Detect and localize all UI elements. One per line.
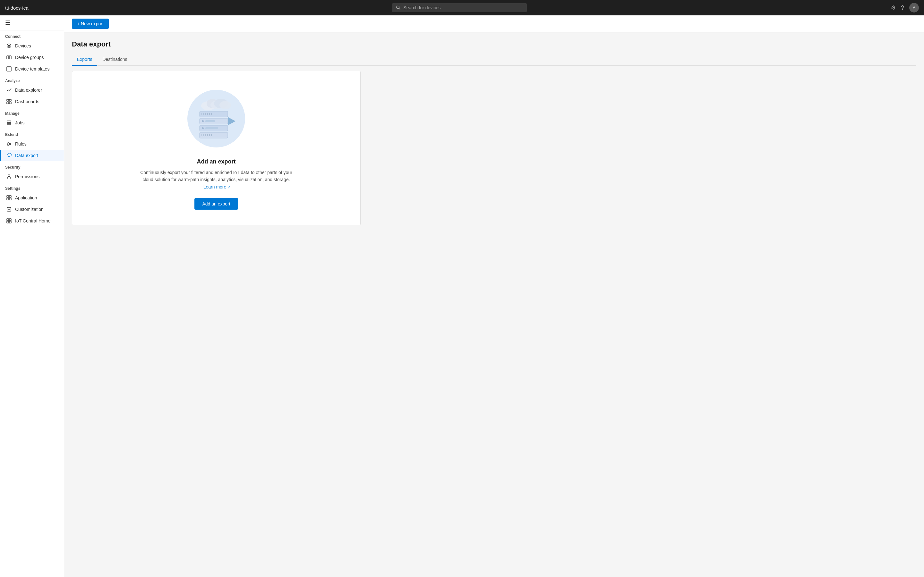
svg-point-16 [7,142,8,143]
svg-rect-31 [9,219,11,221]
svg-rect-11 [7,102,9,104]
svg-rect-14 [7,123,11,125]
device-templates-icon [6,66,12,72]
sidebar-item-application-label: Application [15,195,37,200]
sidebar-item-device-templates-label: Device templates [15,66,49,71]
sidebar-item-permissions-label: Permissions [15,174,39,179]
jobs-icon [6,120,12,126]
svg-rect-12 [9,102,11,104]
device-groups-icon [6,55,12,60]
application-icon [6,195,12,201]
svg-point-18 [7,145,8,146]
svg-rect-51 [205,127,218,129]
main-content: + New export Data export Exports Destina… [64,15,924,577]
sidebar-section-analyze: Analyze [0,75,64,84]
svg-rect-23 [7,195,9,197]
sidebar-section-connect: Connect [0,31,64,40]
permissions-icon [6,174,12,179]
add-export-button[interactable]: Add an export [194,198,238,210]
sidebar-item-permissions[interactable]: Permissions [0,171,64,182]
svg-rect-6 [7,67,11,71]
topbar-left: tti-docs-ica [5,5,29,11]
topbar-right: ⚙ ? A [891,3,919,13]
sidebar-section-security: Security [0,161,64,171]
sidebar-item-jobs-label: Jobs [15,120,25,125]
sidebar-item-devices[interactable]: Devices [0,40,64,52]
svg-rect-48 [205,120,215,122]
svg-rect-13 [7,121,11,122]
svg-point-22 [8,175,10,177]
sidebar-item-device-groups[interactable]: Device groups [0,52,64,63]
sidebar-item-customization[interactable]: Customization [0,203,64,215]
toolbar: + New export [64,15,924,32]
sidebar-item-iot-central-home-label: IoT Central Home [15,218,50,223]
svg-rect-9 [7,99,9,101]
settings-icon[interactable]: ⚙ [891,4,896,11]
external-link-icon: ↗ [228,185,230,189]
sidebar-item-rules[interactable]: Rules [0,138,64,150]
empty-state-title: Add an export [197,158,236,165]
sidebar: ☰ Connect Devices Device groups [0,15,64,577]
svg-point-17 [10,143,11,145]
iot-central-home-icon [6,218,12,224]
sidebar-item-data-export[interactable]: Data export [0,150,64,161]
sidebar-item-data-explorer[interactable]: Data explorer [0,84,64,96]
svg-rect-24 [9,195,11,197]
svg-rect-33 [9,221,11,223]
sidebar-item-customization-label: Customization [15,207,44,212]
empty-illustration [184,87,248,151]
topbar-center [29,3,891,12]
svg-rect-5 [9,56,11,59]
svg-rect-25 [7,198,9,200]
svg-point-50 [202,127,204,129]
svg-rect-26 [9,198,11,200]
rules-icon [6,141,12,147]
svg-point-0 [397,6,399,8]
main-layout: ☰ Connect Devices Device groups [0,15,924,577]
svg-marker-59 [228,117,236,125]
new-export-button[interactable]: + New export [72,19,109,29]
svg-rect-32 [7,221,9,223]
dashboards-icon [6,99,12,105]
svg-point-3 [8,45,10,47]
learn-more-link[interactable]: Learn more [204,184,226,189]
sidebar-item-data-explorer-label: Data explorer [15,87,42,93]
search-box[interactable] [392,3,527,12]
tab-destinations[interactable]: Destinations [97,53,132,66]
tabs: Exports Destinations [72,53,916,66]
sidebar-item-dashboards[interactable]: Dashboards [0,96,64,107]
customization-icon [6,206,12,212]
tab-exports[interactable]: Exports [72,53,97,66]
illustration-content [191,95,242,143]
data-export-icon [6,153,12,158]
help-icon[interactable]: ? [901,5,904,11]
devices-icon [6,43,12,49]
sidebar-item-iot-central-home[interactable]: IoT Central Home [0,215,64,227]
sidebar-section-settings: Settings [0,182,64,192]
search-input[interactable] [403,5,523,10]
svg-rect-30 [7,219,9,221]
svg-line-1 [399,8,400,9]
sidebar-item-rules-label: Rules [15,141,27,147]
avatar[interactable]: A [909,3,919,13]
sidebar-item-dashboards-label: Dashboards [15,99,39,104]
sidebar-item-device-templates[interactable]: Device templates [0,63,64,75]
sidebar-item-data-export-label: Data export [15,153,38,158]
export-illustration [191,95,242,143]
topbar: tti-docs-ica ⚙ ? A [0,0,924,15]
empty-state-card: Add an export Continuously export your f… [72,71,360,226]
svg-rect-4 [7,56,9,59]
sidebar-section-manage: Manage [0,107,64,117]
empty-state-description: Continuously export your filtered and en… [139,169,293,190]
sidebar-item-application[interactable]: Application [0,192,64,203]
svg-point-2 [7,44,11,48]
page-title: Data export [72,40,916,48]
sidebar-item-devices-label: Devices [15,43,31,48]
svg-point-47 [202,120,204,122]
data-explorer-icon [6,87,12,93]
menu-toggle-button[interactable]: ☰ [0,15,64,31]
search-icon [396,5,401,10]
sidebar-item-jobs[interactable]: Jobs [0,117,64,129]
page-content-area: Data export Exports Destinations [64,32,924,233]
svg-point-38 [220,101,231,109]
